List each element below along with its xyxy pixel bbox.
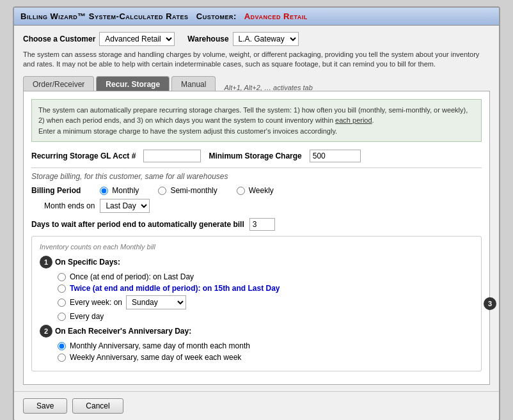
min-charge-label: Minimum Storage Charge: [209, 152, 301, 160]
inventory-section: Inventory counts on each Monthly bill 1 …: [31, 236, 482, 371]
customer-field-group: Choose a Customer Advanced Retail: [23, 32, 175, 46]
title-text: Billing Wizard™ System-Calculated Rates …: [20, 12, 308, 21]
monthly-anniversary-row: Monthly Anniversary, same day of month e…: [58, 341, 473, 350]
weekly-radio[interactable]: [237, 187, 245, 195]
everyweek-option-row: Every week: on Sunday Monday Tuesday Wed…: [58, 295, 473, 309]
tab-order-receiver[interactable]: Order/Receiver: [23, 76, 94, 92]
monthly-label[interactable]: Monthly: [112, 186, 139, 195]
billing-period-row: Billing Period Monthly Semi-monthly Week…: [31, 186, 482, 195]
title-prefix: Billing Wizard™ System-Calculated Rates: [20, 12, 188, 21]
customer-label: Choose a Customer: [23, 35, 95, 43]
anniversary-header: 2 On Each Receiver's Anniversary Day:: [40, 325, 473, 338]
tab-recur-storage[interactable]: Recur. Storage: [96, 76, 170, 92]
weekday-select[interactable]: Sunday Monday Tuesday Wednesday Thursday…: [126, 295, 186, 309]
tab-manual[interactable]: Manual: [171, 76, 216, 92]
gl-acct-label: Recurring Storage GL Acct #: [31, 152, 136, 160]
days-wait-input[interactable]: [249, 218, 275, 231]
weekly-anniversary-radio[interactable]: [58, 354, 66, 362]
warehouse-label: Warehouse: [187, 35, 228, 43]
specific-days-label: On Specific Days:: [55, 258, 120, 267]
month-ends-select[interactable]: Last Day First Day 15th: [100, 199, 150, 213]
month-ends-row: Month ends on Last Day First Day 15th: [44, 199, 482, 213]
once-radio[interactable]: [58, 273, 66, 281]
everyday-option-row: Every day: [58, 312, 473, 321]
semi-monthly-radio[interactable]: [158, 187, 166, 195]
min-charge-input[interactable]: [310, 150, 361, 162]
twice-label[interactable]: Twice (at end and middle of period): on …: [70, 284, 280, 293]
weekly-anniversary-row: Weekly Anniversary, same day of week eac…: [58, 353, 473, 362]
billing-period-label: Billing Period: [31, 186, 81, 195]
semi-monthly-label[interactable]: Semi-monthly: [170, 186, 217, 195]
warehouse-select[interactable]: L.A. Gateway: [233, 32, 299, 46]
month-ends-label: Month ends on: [44, 201, 95, 210]
save-button[interactable]: Save: [23, 398, 67, 414]
badge-1: 1: [40, 256, 52, 268]
everyday-label[interactable]: Every day: [70, 312, 104, 321]
header-description: The system can assess storage and handli…: [23, 50, 490, 70]
weekly-option: Weekly: [237, 186, 274, 195]
title-bar: Billing Wizard™ System-Calculated Rates …: [14, 8, 499, 26]
everyday-radio[interactable]: [58, 313, 66, 321]
everyweek-radio[interactable]: [58, 299, 66, 307]
badge-3: 3: [484, 297, 496, 310]
bottom-buttons: Save Cancel: [14, 391, 499, 420]
gl-acct-input[interactable]: [143, 150, 201, 162]
customer-select[interactable]: Advanced Retail: [99, 32, 175, 46]
monthly-radio[interactable]: [100, 187, 108, 195]
gl-min-row: Recurring Storage GL Acct # Minimum Stor…: [31, 150, 482, 162]
twice-option-row: Twice (at end and middle of period): on …: [58, 284, 473, 293]
content-area: Choose a Customer Advanced Retail Wareho…: [14, 26, 499, 391]
anniversary-label: On Each Receiver's Anniversary Day:: [55, 327, 191, 336]
everyweek-label[interactable]: Every week: on: [70, 298, 122, 307]
billing-period-section: Billing Period Monthly Semi-monthly Week…: [31, 186, 482, 231]
warehouse-field-group: Warehouse L.A. Gateway: [187, 32, 298, 46]
monthly-anniversary-radio[interactable]: [58, 342, 66, 350]
monthly-anniversary-label[interactable]: Monthly Anniversary, same day of month e…: [70, 341, 250, 350]
title-customer-name: Advanced Retail: [244, 12, 308, 21]
once-label[interactable]: Once (at end of period): on Last Day: [70, 272, 194, 281]
twice-radio[interactable]: [58, 284, 66, 293]
main-window: Billing Wizard™ System-Calculated Rates …: [13, 6, 500, 420]
badge-2: 2: [40, 325, 52, 338]
inventory-section-title: Inventory counts on each Monthly bill: [40, 243, 473, 251]
monthly-option: Monthly: [100, 186, 139, 195]
info-box: The system can automatically prepare rec…: [31, 99, 482, 143]
once-option-row: Once (at end of period): on Last Day: [58, 272, 473, 281]
storage-section-header: Storage billing, for this customer, same…: [31, 167, 482, 181]
days-wait-row: Days to wait after period end to automat…: [31, 218, 482, 231]
semi-monthly-option: Semi-monthly: [158, 186, 217, 195]
days-wait-label: Days to wait after period end to automat…: [31, 220, 244, 229]
cancel-button[interactable]: Cancel: [72, 398, 123, 414]
weekly-anniversary-label[interactable]: Weekly Anniversary, same day of week eac…: [70, 353, 241, 362]
top-controls: Choose a Customer Advanced Retail Wareho…: [23, 32, 490, 46]
weekly-label[interactable]: Weekly: [249, 186, 274, 195]
tabs-container: Order/Receiver Recur. Storage Manual: [23, 76, 217, 92]
main-panel: The system can automatically prepare rec…: [23, 91, 490, 385]
specific-days-header: 1 On Specific Days:: [40, 256, 473, 268]
title-customer-label: Customer:: [196, 12, 237, 21]
